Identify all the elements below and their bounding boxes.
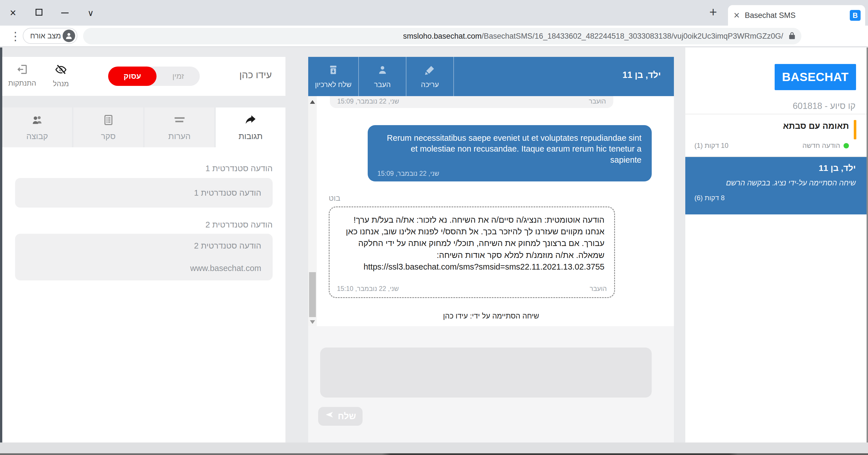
message-status: הועבר (589, 98, 606, 105)
window-controls: × ∨ (0, 0, 103, 26)
guest-profile-button[interactable]: מצב אורח (23, 28, 78, 44)
tab-favicon: B (850, 10, 861, 21)
archive-icon (328, 65, 339, 76)
avatar-icon (63, 30, 75, 42)
agent-header-card: עידו כהן עסוק זמין מנהל התנתקות (2, 57, 285, 96)
conversation-status: הודעה חדשה (803, 141, 849, 150)
reply-icon (245, 114, 257, 127)
responses-tab-content: הודעה סטנדרטית 1 הודעה סטנדרטית 1 הודעה … (2, 147, 285, 443)
transfer-person-icon (377, 65, 388, 76)
edit-button-label: עריכה (421, 80, 439, 89)
conversation-item-new[interactable]: תאומה עם סבתא הודעה חדשה 10 דקות (1) (685, 114, 867, 156)
tab-group[interactable]: קבוצה (2, 107, 72, 147)
archive-button-label: שלח לארכיון (315, 80, 352, 89)
browser-titlebar: × ∨ + × Basechat SMS B (0, 0, 868, 26)
agent-panel: עידו כהן עסוק זמין מנהל התנתקות (2, 57, 285, 443)
standard-message-item[interactable]: הודעה סטנדרטית 2 www.basechat.com (15, 234, 273, 281)
new-conversation-accent-bar (854, 120, 856, 139)
message-bubble-bot: הודעה אוטומטית: הנציג/ה סיים/ה את השיחה.… (329, 206, 615, 298)
conversation-subtitle: שיחה הסתיימה על-ידי נציג. בבקשה הרשם (726, 178, 856, 187)
hotline-label: קו סיוע - 601818 (793, 101, 856, 111)
url-bar[interactable]: smsloho.basechat.com/BasechatSMS/16_1843… (83, 28, 801, 44)
app-screen: × ∨ + × Basechat SMS B ⋮ מצב אורח smsloh… (0, 0, 868, 455)
scroll-up-icon[interactable] (310, 100, 315, 104)
message-text: הודעה אוטומטית: הנציג/ה סיים/ה את השיחה.… (339, 214, 604, 273)
transfer-button-label: העבר (374, 80, 391, 89)
send-icon (325, 411, 334, 422)
message-status: הועבר (590, 285, 607, 293)
page-footer-strip (0, 443, 868, 453)
basechat-logo: BASECHAT (775, 64, 856, 90)
archive-button[interactable]: שלח לארכיון (308, 57, 359, 96)
logout-icon (17, 64, 28, 76)
message-text: Rerum necessitatibus saepe eveniet ut et… (378, 132, 642, 165)
message-bubble-partial: הועבר שני, 22 נובמבר, 15:09 (330, 96, 613, 108)
send-button-label: שלח (338, 411, 356, 421)
left-edge-strip (0, 47, 2, 453)
standard-message-heading: הודעה סטנדרטית 2 (206, 220, 273, 229)
tab-title: Basechat SMS (745, 11, 796, 20)
chat-actions: שלח לארכיון העבר עריכה (308, 57, 454, 96)
chat-scrollbar[interactable] (308, 96, 317, 326)
conversations-sidebar: BASECHAT קו סיוע - 601818 תאומה עם סבתא … (685, 47, 867, 443)
right-edge-strip (867, 47, 868, 443)
tab-label: תגובות (239, 132, 263, 141)
chat-panel: ילד, בן 11 שלח לארכיון העבר (308, 57, 674, 443)
message-bubble-outgoing: Rerum necessitatibus saepe eveniet ut et… (368, 125, 652, 182)
send-button[interactable]: שלח (318, 407, 363, 426)
tab-label: סקר (101, 132, 116, 141)
taskbar-sliver (0, 453, 868, 455)
standard-message-link: www.basechat.com (27, 264, 261, 273)
url-domain: smsloho.basechat.com (403, 32, 482, 40)
message-time: שני, 22 נובמבר, 15:09 (337, 98, 399, 105)
conversation-meta: 10 דקות (1) (694, 141, 728, 150)
manager-button-label: מנהל (53, 79, 69, 88)
survey-icon (102, 114, 115, 127)
group-icon (31, 114, 43, 127)
manager-button[interactable]: מנהל (47, 64, 74, 88)
status-available-option[interactable]: זמין (157, 67, 200, 86)
logout-button[interactable]: התנתקות (5, 64, 40, 87)
conversation-item-selected[interactable]: ילד, בן 11 שיחה הסתיימה על-ידי נציג. בבק… (685, 157, 867, 215)
browser-tab[interactable]: × Basechat SMS B (728, 5, 865, 26)
tab-close-icon[interactable]: × (734, 10, 740, 21)
tab-notes[interactable]: הערות (145, 107, 214, 147)
chat-title: ילד, בן 11 (622, 70, 661, 80)
status-busy-option[interactable]: עסוק (108, 67, 157, 86)
tab-label: הערות (168, 132, 190, 141)
conversation-ended-note: שיחה הסתיימה על ידי: עידו כהן (308, 312, 674, 321)
standard-message-text: הודעה סטנדרטית 2 (27, 241, 261, 251)
message-time: שני, 22 נובמבר, 15:09 (377, 170, 439, 177)
browser-menu-icon[interactable]: ⋮ (10, 30, 21, 43)
window-maximize-icon[interactable] (26, 9, 52, 17)
transfer-button[interactable]: העבר (359, 57, 406, 96)
standard-message-item[interactable]: הודעה סטנדרטית 1 (15, 178, 273, 207)
tab-search-icon[interactable]: ∨ (78, 8, 103, 18)
chat-header: ילד, בן 11 שלח לארכיון העבר (308, 57, 674, 96)
agent-tabs: תגובות הערות סקר קבוצה (2, 107, 285, 147)
url-path: /BasechatSMS/16_18433602_482244518_30330… (482, 32, 783, 40)
window-minimize-icon[interactable] (52, 10, 78, 15)
standard-message-heading: הודעה סטנדרטית 1 (206, 164, 273, 173)
window-close-icon[interactable]: × (0, 7, 26, 19)
edit-pencil-icon (425, 65, 435, 76)
new-tab-button[interactable]: + (706, 5, 721, 19)
conversation-status-label: הודעה חדשה (803, 141, 840, 150)
scrollbar-thumb[interactable] (309, 272, 316, 317)
tab-responses[interactable]: תגובות (216, 107, 285, 147)
guest-profile-label: מצב אורח (30, 32, 61, 40)
compose-area: שלח (308, 326, 674, 443)
conversation-meta: 8 דקות (6) (694, 194, 724, 202)
scroll-down-icon[interactable] (310, 320, 315, 324)
new-message-dot-icon (843, 143, 849, 149)
notes-icon (174, 114, 186, 127)
tab-survey[interactable]: סקר (73, 107, 143, 147)
logout-button-label: התנתקות (8, 79, 36, 87)
message-input[interactable] (320, 348, 652, 397)
eye-off-icon (55, 64, 67, 77)
conversation-title: תאומה עם סבתא (783, 121, 849, 131)
message-list: הועבר שני, 22 נובמבר, 15:09 Rerum necess… (308, 96, 674, 326)
conversation-title: ילד, בן 11 (819, 163, 856, 173)
status-toggle[interactable]: עסוק זמין (108, 67, 200, 86)
edit-button[interactable]: עריכה (406, 57, 454, 96)
